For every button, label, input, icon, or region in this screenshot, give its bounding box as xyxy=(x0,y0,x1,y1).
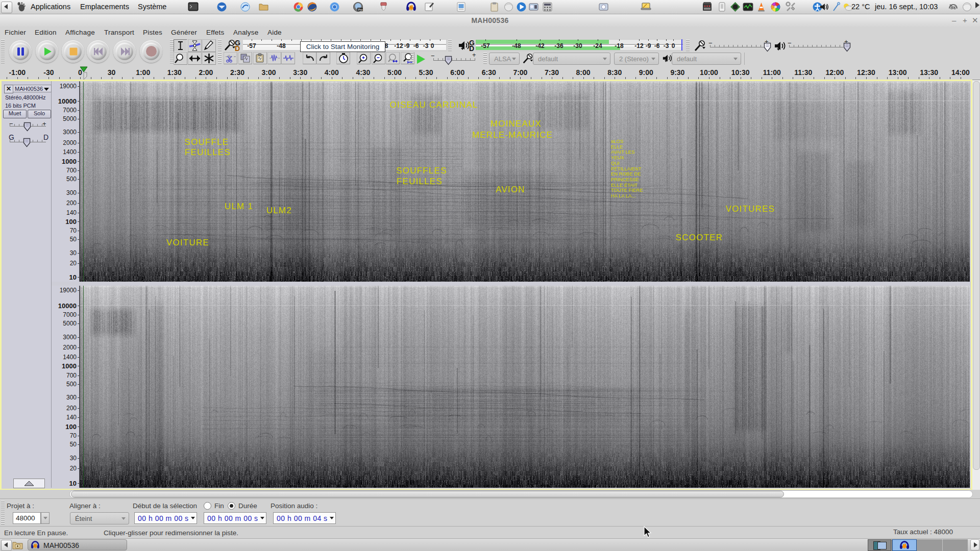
svg-text:Pro: Pro xyxy=(358,8,363,11)
